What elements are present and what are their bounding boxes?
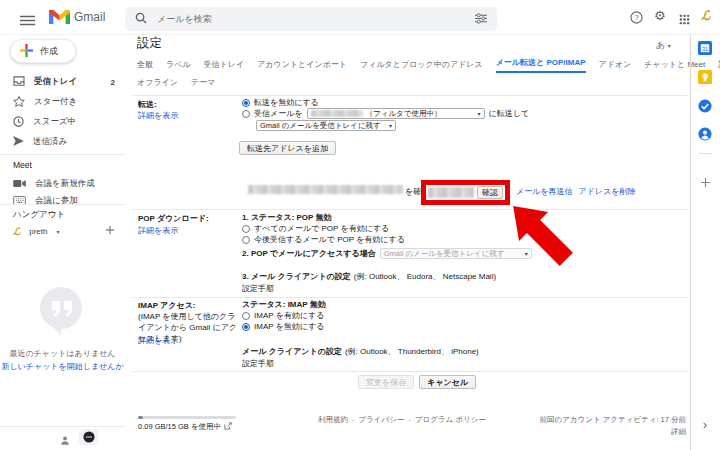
chevron-down-icon: ▾ [668, 43, 671, 49]
calendar-icon[interactable]: 31 [698, 41, 712, 59]
search-bar[interactable] [125, 7, 497, 31]
tab-filters-blocked[interactable]: フィルタとブロック中のアドレス [360, 59, 483, 73]
inbox-count: 2 [111, 78, 115, 87]
tab-labels[interactable]: ラベル [166, 59, 191, 73]
pop-access-row: 2. POP でメールにアクセスする場合 Gmail のメールを受信トレイに残す… [242, 248, 532, 259]
imap-enable-option[interactable]: IMAP を有効にする [242, 310, 324, 321]
settings-tabs-row2: オフライン テーマ [137, 77, 228, 91]
confirm-button[interactable]: 確認 [477, 186, 503, 199]
hangouts-section-title: ハングアウト [13, 209, 65, 221]
radio-unselected-icon[interactable] [242, 236, 250, 244]
pop-enable-new-option[interactable]: 今後受信するメールで POP を有効にする [242, 234, 405, 245]
resend-mail-link[interactable]: メールを再送信 [516, 186, 573, 197]
menu-icon[interactable] [20, 12, 35, 30]
contacts-tab-icon[interactable] [60, 432, 70, 450]
apps-grid-icon[interactable] [679, 11, 690, 29]
tab-inbox[interactable]: 受信トレイ [204, 59, 245, 73]
divider [699, 153, 712, 154]
radio-unselected-icon[interactable] [242, 312, 250, 320]
highlight-red-box: 確認 [421, 180, 510, 205]
input-method-selector[interactable]: あ ▾ [656, 39, 671, 52]
pop-enable-all-option[interactable]: すべてのメールで POP を有効にする [242, 223, 389, 234]
pop-label: POP ダウンロード: [138, 213, 209, 224]
pop-client-row: 3. メール クライアントの設定 (例: Outlook、 Eudora、 Ne… [242, 271, 496, 282]
forwarding-disable-option[interactable]: 転送を無効にする [242, 97, 319, 108]
footer-links: 利用規約 · プライバシー · プログラム ポリシー [318, 415, 486, 425]
activity-details-link[interactable]: 詳細 [671, 427, 686, 437]
pop-setup-steps-link[interactable]: 設定手順 [242, 283, 274, 294]
radio-selected-icon[interactable] [242, 323, 250, 331]
settings-gear-icon[interactable]: ⚙ [654, 8, 666, 23]
page-title: 設定 [137, 35, 162, 52]
svg-text:?: ? [634, 13, 638, 22]
tab-themes[interactable]: テーマ [191, 77, 215, 91]
chevron-down-icon: ▾ [389, 122, 392, 129]
search-icon[interactable] [135, 10, 147, 28]
divider [133, 371, 688, 372]
keep-copy-select[interactable]: Gmail のメールを受信トレイに残す ▾ [256, 120, 396, 131]
sidebar-item-snoozed[interactable]: スヌーズ中 [13, 116, 115, 128]
account-avatar[interactable]: ℒ [701, 8, 710, 23]
add-forwarding-address-button[interactable]: 転送先アドレスを追加 [239, 141, 336, 155]
forward-address-select[interactable]: （フィルタで使用中） ▾ [307, 108, 485, 119]
save-changes-button[interactable]: 変更を保存 [358, 375, 414, 389]
radio-unselected-icon[interactable] [242, 110, 250, 118]
imap-setup-steps-link[interactable]: 設定手順 [242, 358, 274, 369]
storage-meter [138, 416, 236, 419]
hangouts-empty-bubble-icon [38, 286, 84, 342]
compose-button[interactable]: 作成 [10, 39, 76, 63]
compose-plus-icon [20, 44, 33, 59]
contacts-icon[interactable] [698, 127, 712, 145]
chevron-down-icon: ▾ [478, 110, 481, 117]
settings-tabs-row1: 全般 ラベル 受信トレイ アカウントとインポート フィルタとブロック中のアドレス… [137, 57, 720, 73]
external-link-icon[interactable] [224, 422, 232, 432]
tab-forwarding-pop-imap[interactable]: メール転送と POP/IMAP [496, 57, 586, 73]
hangouts-user-row[interactable]: ℒ preth ▾ [13, 225, 115, 237]
tab-chat-meet[interactable]: チャットと Meet [644, 59, 705, 73]
sidebar-item-inbox[interactable]: 受信トレイ 2 [13, 76, 115, 88]
tab-addons[interactable]: アドオン [599, 59, 632, 73]
radio-selected-icon[interactable] [242, 99, 250, 107]
gmail-logo-icon [49, 9, 70, 29]
tab-general[interactable]: 全般 [137, 59, 153, 73]
divider [0, 204, 125, 205]
imap-details-link[interactable]: 詳細を表示 [138, 335, 178, 346]
new-hangout-plus-icon[interactable] [105, 225, 115, 237]
sidebar-item-new-meeting[interactable]: 会議を新規作成 [13, 178, 115, 190]
compose-label: 作成 [40, 45, 58, 58]
sidebar-item-join-meeting[interactable]: 会議に参加 [13, 195, 115, 207]
hangouts-empty-text: 最近のチャットはありません [0, 348, 125, 359]
delete-address-link[interactable]: アドレスを削除 [579, 186, 636, 197]
start-new-chat-link[interactable]: 新しいチャットを開始しませんか [0, 361, 125, 372]
tab-offline[interactable]: オフライン [137, 77, 178, 91]
cancel-button[interactable]: キャンセル [419, 375, 476, 389]
privacy-link[interactable]: プライバシー [359, 415, 405, 425]
get-addons-plus-icon[interactable] [700, 174, 711, 192]
policies-link[interactable]: プログラム ポリシー [415, 415, 486, 425]
pop-details-link[interactable]: 詳細を表示 [138, 225, 178, 236]
divider [133, 297, 688, 298]
divider [0, 426, 125, 427]
pop-status: 1. ステータス: POP 無効 [242, 212, 332, 223]
sidebar-item-sent[interactable]: 送信済み [13, 136, 115, 148]
search-input[interactable] [155, 13, 467, 25]
app-header: Gmail ? ⚙ ℒ [0, 0, 720, 35]
sidebar-item-starred[interactable]: スター付き [13, 96, 115, 108]
radio-unselected-icon[interactable] [242, 225, 250, 233]
collapse-panel-chevron-icon[interactable]: › [703, 418, 707, 432]
forwarding-details-link[interactable]: 詳細を表示 [138, 110, 178, 121]
conversations-tab-icon[interactable] [79, 429, 98, 445]
forwarding-enable-option[interactable]: 受信メールを （フィルタで使用中） ▾ に転送して [242, 108, 529, 119]
divider [133, 95, 688, 96]
tab-accounts-import[interactable]: アカウントとインポート [257, 59, 347, 73]
chevron-down-icon: ▾ [56, 228, 59, 235]
keep-icon[interactable] [698, 70, 712, 88]
imap-disable-option[interactable]: IMAP を無効にする [242, 321, 324, 332]
verification-code-input[interactable] [428, 187, 474, 198]
last-account-activity: 前回のアカウント アクティビティ: 17 分前 [540, 415, 686, 425]
terms-link[interactable]: 利用規約 [318, 415, 348, 425]
help-icon[interactable]: ? [630, 10, 643, 28]
tasks-icon[interactable] [698, 99, 712, 117]
search-options-icon[interactable] [475, 10, 487, 28]
storage-row: 0.09 GB/15 GB を使用中 [138, 422, 232, 432]
